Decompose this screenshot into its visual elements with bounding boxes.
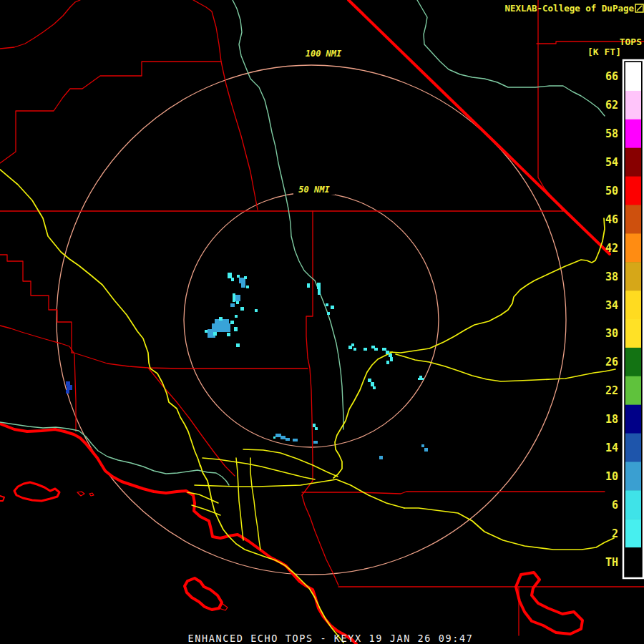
echo-pixel-2-6kft — [234, 327, 238, 331]
echo-pixel-2-6kft — [236, 301, 239, 304]
echo-pixel-2-6kft — [418, 378, 424, 380]
echo-pixel-2-6kft — [351, 343, 354, 346]
colorbar-block-58 — [625, 119, 641, 148]
ring-label: 100 NMI — [306, 49, 342, 59]
colorbar-label-62: 62 — [605, 99, 618, 112]
colorbar-label-22: 22 — [605, 384, 618, 397]
colorbar-title: TOPS — [620, 36, 642, 47]
colorbar-label-2: 2 — [612, 527, 618, 540]
colorbar-block-38 — [625, 262, 641, 291]
echo-pixel-2-6kft — [240, 307, 244, 311]
colorbar-label-42: 42 — [605, 242, 618, 255]
echo-pixel-2-6kft — [382, 348, 386, 351]
colorbar-block-22 — [625, 376, 641, 405]
echo-pixel-2-6kft — [331, 306, 334, 309]
colorbar-label-38: 38 — [605, 270, 618, 283]
echo-pixel-2-6kft — [327, 312, 330, 315]
echo-pixel-2-6kft — [364, 348, 367, 351]
colorbar-label-TH: TH — [605, 556, 618, 569]
colorbar-label-14: 14 — [605, 441, 618, 454]
echo-pixel-6-10kft — [241, 283, 245, 288]
echo-pixel-2-6kft — [213, 332, 217, 336]
colorbar-label-18: 18 — [605, 413, 618, 426]
echo-pixel-2-6kft — [237, 275, 240, 278]
colorbar-label-54: 54 — [605, 156, 618, 169]
echo-pixel-10-14kft — [66, 390, 69, 394]
echo-pixel-2-6kft — [386, 361, 389, 364]
colorbar-block-30 — [625, 319, 641, 348]
echo-pixel-2-6kft — [227, 333, 230, 336]
ring-label: 50 NMI — [298, 185, 330, 195]
echo-pixel-10-14kft — [67, 385, 72, 390]
echo-pixel-2-6kft — [353, 348, 356, 351]
echo-pixel-2-6kft — [235, 315, 238, 318]
echo-pixel-2-6kft — [318, 289, 321, 295]
colorbar-label-58: 58 — [605, 127, 618, 140]
echo-pixel-2-6kft — [389, 353, 392, 357]
colorbar-label-50: 50 — [605, 185, 618, 197]
echo-pixel-6-10kft — [235, 295, 240, 301]
colorbar-block-66 — [625, 62, 641, 91]
colorbar-block-62 — [625, 91, 641, 119]
echo-pixel-2-6kft — [368, 379, 371, 382]
echo-pixel-2-6kft — [326, 303, 328, 306]
colorbar-label-34: 34 — [605, 299, 618, 312]
colorbar-block-TH — [625, 547, 641, 576]
echo-pixel-6-10kft — [230, 303, 235, 307]
colorbar-label-46: 46 — [605, 213, 618, 226]
colorbar-units: [K FT] — [587, 47, 621, 57]
colorbar-block-42 — [625, 233, 641, 262]
echo-pixel-2-6kft — [313, 424, 316, 427]
echo-pixel-6-10kft — [421, 444, 424, 447]
echo-pixel-2-6kft — [390, 357, 393, 361]
colorbar-label-6: 6 — [612, 499, 618, 512]
map-background — [0, 0, 644, 644]
echo-pixel-2-6kft — [205, 330, 208, 333]
colorbar-label-26: 26 — [605, 356, 618, 369]
echo-pixel-2-6kft — [236, 343, 240, 347]
echo-pixel-2-6kft — [255, 309, 258, 312]
colorbar-block-18 — [625, 405, 641, 434]
echo-pixel-6-10kft — [293, 439, 298, 441]
echo-pixel-2-6kft — [244, 276, 247, 279]
echo-pixel-2-6kft — [315, 427, 318, 430]
site-title: NEXLAB-College of DuPage — [504, 3, 634, 14]
echo-pixel-2-6kft — [228, 273, 232, 278]
echo-pixel-2-6kft — [374, 348, 378, 351]
echo-pixel-2-6kft — [317, 283, 321, 289]
product-caption: ENHANCED ECHO TOPS - KEYX 19 JAN 26 09:4… — [188, 633, 474, 644]
echo-pixel-2-6kft — [219, 317, 223, 321]
echo-pixel-2-6kft — [273, 436, 275, 439]
colorbar-block-6 — [625, 490, 641, 519]
echo-pixel-2-6kft — [373, 386, 376, 389]
colorbar-label-10: 10 — [605, 470, 618, 483]
colorbar-block-50 — [625, 177, 641, 205]
colorbar-block-2 — [625, 519, 641, 547]
echo-pixel-6-10kft — [280, 436, 286, 439]
echo-pixel-6-10kft — [379, 456, 383, 459]
colorbar-block-10 — [625, 462, 641, 490]
echo-pixel-6-10kft — [286, 438, 290, 441]
echo-pixel-6-10kft — [424, 448, 428, 452]
echo-pixel-2-6kft — [246, 286, 249, 288]
radar-map: 100 NMI50 NMI 66625854504642383430262218… — [0, 0, 644, 644]
echo-pixel-2-6kft — [231, 278, 234, 281]
colorbar-block-14 — [625, 434, 641, 462]
echo-pixel-2-6kft — [233, 293, 235, 302]
echo-pixel-2-6kft — [371, 382, 374, 386]
colorbar-block-46 — [625, 205, 641, 233]
colorbar-block-34 — [625, 291, 641, 319]
echo-pixel-2-6kft — [307, 283, 310, 288]
colorbar-block-26 — [625, 348, 641, 376]
echo-pixel-6-10kft — [275, 434, 281, 437]
colorbar-label-66: 66 — [605, 70, 618, 83]
colorbar-label-30: 30 — [605, 327, 618, 340]
colorbar-block-54 — [625, 148, 641, 177]
echo-pixel-2-6kft — [230, 321, 234, 324]
echo-pixel-6-10kft — [313, 441, 318, 444]
